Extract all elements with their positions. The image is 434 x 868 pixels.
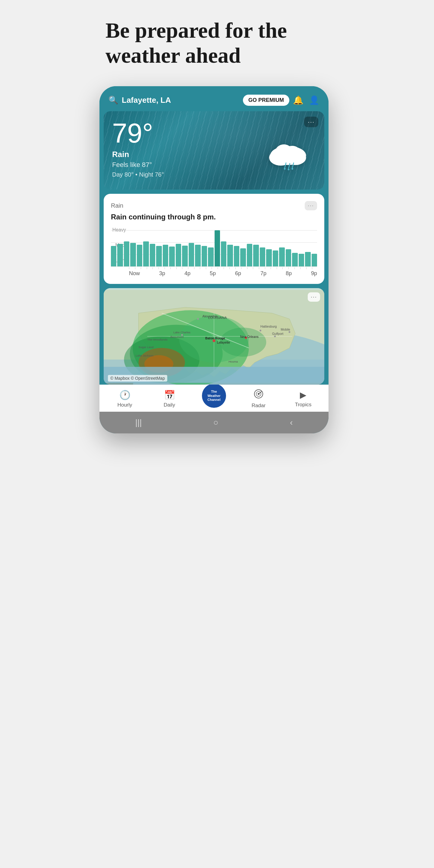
svg-point-30: [289, 331, 290, 333]
nav-label-hourly: Hourly: [117, 402, 132, 408]
map-card: LOUISIANA Alexandria Baton Rouge Lafayet…: [104, 288, 324, 384]
chart-tick: [282, 267, 287, 269]
chart-bar: [208, 247, 213, 267]
tropics-icon: ▶: [300, 390, 307, 400]
rain-card: Rain ··· Rain continuing through 8 pm. H…: [104, 194, 324, 284]
chart-bar: [202, 246, 207, 267]
chart-bar: [156, 246, 161, 267]
cloud-icon: [267, 141, 309, 172]
svg-text:Gulfport: Gulfport: [272, 332, 284, 336]
rain-card-label: Rain: [111, 202, 123, 209]
card-header-row: Rain ···: [111, 201, 317, 210]
svg-text:Mobile: Mobile: [281, 327, 290, 331]
bottom-nav: 🕐 Hourly 📅 Daily TheWeatherChannel: [99, 384, 329, 412]
search-icon[interactable]: 🔍: [108, 96, 118, 105]
rain-card-dots[interactable]: ···: [305, 201, 317, 210]
go-premium-button[interactable]: GO PREMIUM: [243, 95, 289, 106]
chart-tick: [129, 267, 134, 269]
nav-item-weather-channel[interactable]: TheWeatherChannel: [202, 390, 226, 408]
chart-bar: [253, 245, 258, 267]
chart-bar: [286, 249, 291, 267]
nav-item-hourly[interactable]: 🕐 Hourly: [113, 390, 137, 408]
nav-label-radar: Radar: [252, 403, 266, 409]
svg-point-6: [284, 146, 300, 160]
android-nav-bar: ||| ○ ‹: [99, 412, 329, 433]
chart-bar: [279, 247, 284, 267]
chart-bar: [169, 247, 175, 267]
headline-line1: Be prepared for the: [105, 19, 287, 42]
headline-line2: weather ahead: [105, 43, 241, 67]
chart-bar: [234, 246, 239, 267]
svg-point-29: [274, 336, 276, 337]
chart-bar: [240, 248, 246, 267]
nav-label-daily: Daily: [164, 402, 175, 408]
chart-tick: [224, 267, 229, 269]
svg-text:New Orleans: New Orleans: [240, 335, 258, 338]
chart-tick: [312, 267, 317, 269]
chart-bar: [130, 243, 135, 267]
chart-tick: [300, 267, 305, 269]
chart-bar: [163, 245, 168, 267]
weather-card: ··· 79° Rain Feels like 87° Day 80° • Ni…: [104, 111, 324, 190]
chart-bar: [273, 250, 278, 267]
location-text[interactable]: Lafayette, LA: [122, 96, 239, 105]
android-recent-icon[interactable]: |||: [135, 418, 142, 427]
chart-bar: [260, 247, 265, 267]
chart-tick: [253, 267, 258, 269]
account-icon[interactable]: 👤: [309, 95, 319, 105]
chart-bar: [266, 249, 272, 267]
phone-header: 🔍 Lafayette, LA GO PREMIUM 🔔 👤: [99, 86, 329, 111]
chart-bar: [292, 253, 298, 267]
chart-bar: [111, 246, 116, 267]
chart-tick: [288, 267, 293, 269]
svg-text:Hattiesburg: Hattiesburg: [260, 324, 277, 328]
chart-bar: [247, 244, 252, 267]
chart-tick: [182, 267, 187, 269]
chart-bar: [305, 252, 310, 267]
weather-channel-button[interactable]: TheWeatherChannel: [202, 384, 226, 408]
chart-tick: [200, 267, 205, 269]
map-background: LOUISIANA Alexandria Baton Rouge Lafayet…: [104, 288, 324, 384]
radar-icon: [254, 389, 264, 401]
chart-tick: [188, 267, 193, 269]
chart-tick: [206, 267, 211, 269]
nav-item-tropics[interactable]: ▶ Tropics: [291, 390, 315, 408]
chart-bar: [215, 230, 220, 267]
chart-tick: [259, 267, 264, 269]
phone-frame: 🔍 Lafayette, LA GO PREMIUM 🔔 👤: [99, 86, 329, 433]
svg-text:Alexandria: Alexandria: [202, 314, 217, 318]
weather-channel-label: TheWeatherChannel: [207, 390, 220, 402]
header-icons: 🔔 👤: [293, 95, 319, 105]
svg-point-11: [288, 168, 290, 170]
chart-tick: [218, 267, 223, 269]
chart-bar: [143, 241, 149, 267]
chart-bar: [150, 244, 155, 267]
nav-item-daily[interactable]: 📅 Daily: [157, 390, 181, 408]
nav-label-tropics: Tropics: [295, 402, 311, 408]
svg-text:Baton Rouge: Baton Rouge: [205, 336, 225, 340]
chart-tick: [153, 267, 158, 269]
android-home-icon[interactable]: ○: [213, 418, 218, 427]
hourly-icon: 🕐: [119, 390, 130, 400]
chart-tick: [241, 267, 246, 269]
chart-bar: [176, 244, 181, 267]
chart-tick: [277, 267, 282, 269]
chart-tick: [164, 267, 170, 269]
page-container: Be prepared for the weather ahead 🔍 Lafa…: [99, 18, 335, 868]
chart-bar: [227, 245, 233, 267]
notification-icon[interactable]: 🔔: [293, 95, 304, 105]
chart-tick: [229, 267, 235, 269]
day-night-temps: Day 80° • Night 76°: [112, 171, 316, 178]
chart-tick: [236, 267, 241, 269]
android-back-icon[interactable]: ‹: [290, 418, 293, 427]
nav-item-radar[interactable]: Radar: [247, 389, 271, 409]
chart-tick: [271, 267, 276, 269]
chart-bar: [312, 254, 317, 267]
chart-bar: [117, 244, 123, 267]
map-card-dots[interactable]: ···: [308, 292, 320, 302]
chart-tick: [194, 267, 199, 269]
chart-ticks: [129, 267, 317, 269]
svg-text:Houma: Houma: [228, 360, 238, 363]
svg-point-28: [259, 330, 261, 331]
svg-text:Lake Jackson: Lake Jackson: [135, 354, 153, 357]
